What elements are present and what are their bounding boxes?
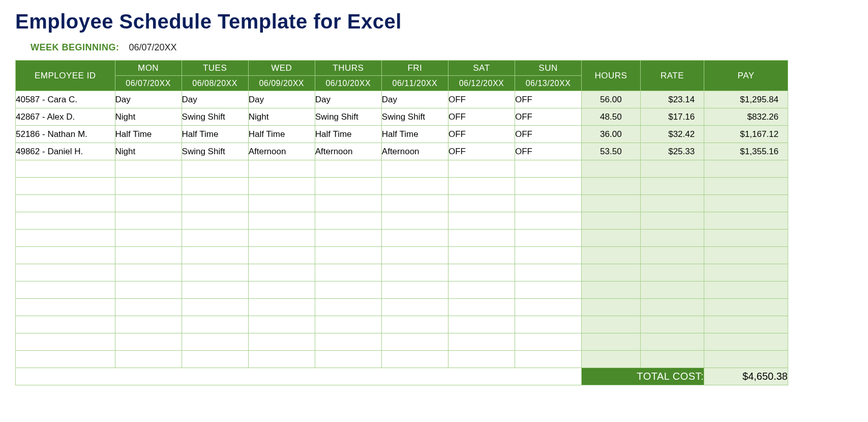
shift-cell[interactable] xyxy=(115,195,182,212)
shift-cell[interactable]: OFF xyxy=(515,143,581,160)
shift-cell[interactable]: OFF xyxy=(448,91,515,108)
shift-cell[interactable] xyxy=(448,351,515,368)
shift-cell[interactable]: OFF xyxy=(448,143,515,160)
shift-cell[interactable] xyxy=(448,212,515,230)
employee-cell[interactable]: 42867 - Alex D. xyxy=(16,108,115,126)
shift-cell[interactable] xyxy=(182,230,248,247)
shift-cell[interactable] xyxy=(381,299,448,316)
employee-cell[interactable] xyxy=(16,333,115,351)
employee-cell[interactable] xyxy=(16,160,115,178)
shift-cell[interactable] xyxy=(381,282,448,299)
shift-cell[interactable] xyxy=(248,230,315,247)
shift-cell[interactable] xyxy=(182,351,248,368)
shift-cell[interactable] xyxy=(515,230,581,247)
shift-cell[interactable] xyxy=(248,178,315,195)
shift-cell[interactable]: Half Time xyxy=(182,126,248,143)
shift-cell[interactable] xyxy=(115,178,182,195)
shift-cell[interactable] xyxy=(381,178,448,195)
shift-cell[interactable] xyxy=(115,247,182,264)
shift-cell[interactable]: Day xyxy=(248,91,315,108)
shift-cell[interactable] xyxy=(248,351,315,368)
shift-cell[interactable]: OFF xyxy=(515,91,581,108)
shift-cell[interactable] xyxy=(248,316,315,333)
employee-cell[interactable] xyxy=(16,178,115,195)
shift-cell[interactable] xyxy=(315,178,381,195)
shift-cell[interactable] xyxy=(448,195,515,212)
shift-cell[interactable] xyxy=(381,230,448,247)
shift-cell[interactable] xyxy=(381,333,448,351)
shift-cell[interactable] xyxy=(515,160,581,178)
employee-cell[interactable] xyxy=(16,351,115,368)
shift-cell[interactable] xyxy=(182,282,248,299)
shift-cell[interactable] xyxy=(515,178,581,195)
shift-cell[interactable] xyxy=(248,333,315,351)
shift-cell[interactable] xyxy=(182,299,248,316)
shift-cell[interactable] xyxy=(248,160,315,178)
employee-cell[interactable]: 40587 - Cara C. xyxy=(16,91,115,108)
shift-cell[interactable] xyxy=(115,230,182,247)
shift-cell[interactable] xyxy=(115,351,182,368)
shift-cell[interactable] xyxy=(248,247,315,264)
shift-cell[interactable] xyxy=(115,316,182,333)
shift-cell[interactable]: Swing Shift xyxy=(182,108,248,126)
shift-cell[interactable] xyxy=(115,333,182,351)
shift-cell[interactable] xyxy=(115,212,182,230)
shift-cell[interactable] xyxy=(381,316,448,333)
shift-cell[interactable] xyxy=(381,212,448,230)
shift-cell[interactable] xyxy=(515,264,581,282)
shift-cell[interactable]: Night xyxy=(115,108,182,126)
shift-cell[interactable] xyxy=(315,299,381,316)
shift-cell[interactable] xyxy=(515,316,581,333)
shift-cell[interactable] xyxy=(315,230,381,247)
shift-cell[interactable] xyxy=(182,212,248,230)
shift-cell[interactable] xyxy=(448,316,515,333)
shift-cell[interactable]: Half Time xyxy=(115,126,182,143)
shift-cell[interactable] xyxy=(448,299,515,316)
shift-cell[interactable] xyxy=(315,351,381,368)
employee-cell[interactable] xyxy=(16,264,115,282)
shift-cell[interactable] xyxy=(315,160,381,178)
shift-cell[interactable]: Day xyxy=(115,91,182,108)
employee-cell[interactable] xyxy=(16,282,115,299)
shift-cell[interactable] xyxy=(248,212,315,230)
employee-cell[interactable] xyxy=(16,230,115,247)
shift-cell[interactable] xyxy=(381,160,448,178)
shift-cell[interactable] xyxy=(182,195,248,212)
shift-cell[interactable] xyxy=(448,264,515,282)
shift-cell[interactable] xyxy=(448,282,515,299)
employee-cell[interactable]: 49862 - Daniel H. xyxy=(16,143,115,160)
shift-cell[interactable] xyxy=(248,282,315,299)
shift-cell[interactable]: OFF xyxy=(515,108,581,126)
shift-cell[interactable] xyxy=(248,195,315,212)
shift-cell[interactable]: OFF xyxy=(448,108,515,126)
shift-cell[interactable] xyxy=(115,299,182,316)
shift-cell[interactable] xyxy=(315,282,381,299)
shift-cell[interactable] xyxy=(315,212,381,230)
shift-cell[interactable] xyxy=(515,212,581,230)
employee-cell[interactable]: 52186 - Nathan M. xyxy=(16,126,115,143)
shift-cell[interactable] xyxy=(381,351,448,368)
shift-cell[interactable] xyxy=(448,160,515,178)
employee-cell[interactable] xyxy=(16,299,115,316)
shift-cell[interactable] xyxy=(315,247,381,264)
shift-cell[interactable] xyxy=(381,264,448,282)
shift-cell[interactable] xyxy=(515,247,581,264)
shift-cell[interactable]: Day xyxy=(381,91,448,108)
shift-cell[interactable] xyxy=(448,333,515,351)
shift-cell[interactable] xyxy=(248,299,315,316)
shift-cell[interactable] xyxy=(315,195,381,212)
shift-cell[interactable] xyxy=(381,195,448,212)
shift-cell[interactable]: Day xyxy=(315,91,381,108)
shift-cell[interactable] xyxy=(448,247,515,264)
employee-cell[interactable] xyxy=(16,195,115,212)
shift-cell[interactable] xyxy=(515,299,581,316)
shift-cell[interactable] xyxy=(248,264,315,282)
shift-cell[interactable]: Afternoon xyxy=(381,143,448,160)
shift-cell[interactable]: Half Time xyxy=(248,126,315,143)
shift-cell[interactable]: Night xyxy=(115,143,182,160)
shift-cell[interactable]: Half Time xyxy=(315,126,381,143)
week-beginning-value[interactable]: 06/07/20XX xyxy=(129,42,177,52)
shift-cell[interactable]: OFF xyxy=(448,126,515,143)
employee-cell[interactable] xyxy=(16,316,115,333)
shift-cell[interactable]: Day xyxy=(182,91,248,108)
